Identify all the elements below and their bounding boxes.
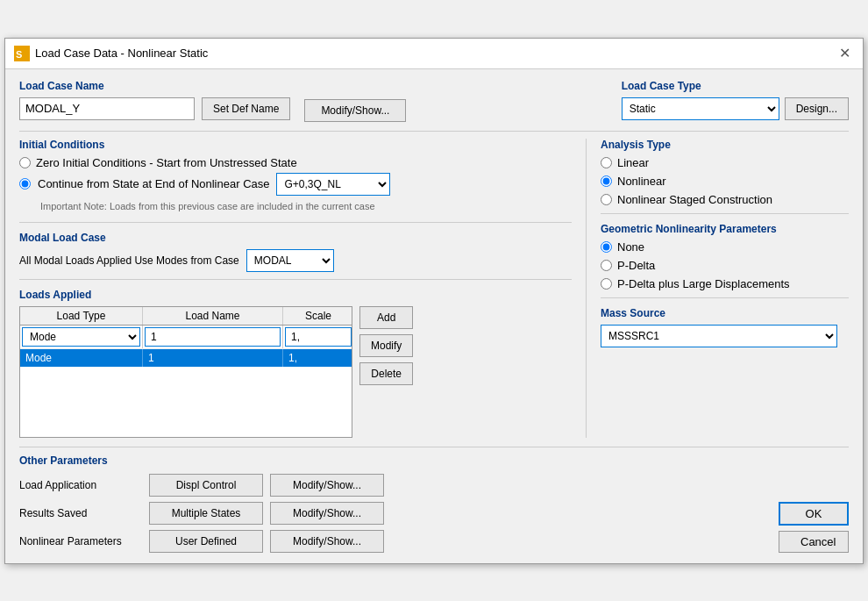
pdelta-large-radio[interactable] bbox=[601, 278, 612, 290]
zero-initial-label: Zero Initial Conditions - Start from Uns… bbox=[36, 156, 297, 169]
notes-modify-show-button[interactable]: Modify/Show... bbox=[304, 99, 406, 122]
none-radio[interactable] bbox=[601, 241, 612, 253]
pdelta-radio[interactable] bbox=[601, 260, 612, 271]
none-label: None bbox=[617, 240, 644, 254]
geo-nonlin-group: None P-Delta P-Delta plus Large Displace… bbox=[601, 240, 849, 290]
initial-conditions-label: Initial Conditions bbox=[19, 139, 572, 151]
linear-radio[interactable] bbox=[601, 157, 612, 168]
add-load-button[interactable]: Add bbox=[359, 306, 413, 329]
nonlinear-radio-row: Nonlinear bbox=[601, 175, 849, 188]
delete-load-button[interactable]: Delete bbox=[359, 362, 413, 385]
notes-section: Modify/Show... bbox=[304, 80, 406, 122]
modal-load-case-label: Modal Load Case bbox=[19, 232, 572, 244]
edit-scale-input[interactable] bbox=[285, 327, 352, 347]
results-saved-button[interactable]: Multiple States bbox=[149, 502, 263, 525]
pdelta-large-label: P-Delta plus Large Displacements bbox=[617, 277, 790, 290]
svg-text:S: S bbox=[16, 49, 22, 60]
other-parameters-grid: Load Application Displ Control Modify/Sh… bbox=[19, 474, 384, 553]
linear-radio-row: Linear bbox=[601, 156, 849, 169]
title-bar: S Load Case Data - Nonlinear Static ✕ bbox=[5, 39, 863, 69]
continue-state-label: Continue from State at End of Nonlinear … bbox=[38, 177, 269, 190]
nonlinear-radio[interactable] bbox=[601, 175, 612, 187]
data-scale-0: 1, bbox=[283, 349, 353, 367]
edit-scale-cell bbox=[283, 326, 353, 348]
loads-edit-row: Mode bbox=[20, 326, 352, 349]
loads-data-row-0[interactable]: Mode 1 1, bbox=[20, 349, 352, 367]
zero-initial-conditions-row: Zero Initial Conditions - Start from Uns… bbox=[19, 156, 572, 169]
continue-from-state-row: Continue from State at End of Nonlinear … bbox=[19, 173, 572, 196]
mass-source-row: MSSSRC1 bbox=[601, 325, 849, 347]
load-application-button[interactable]: Displ Control bbox=[149, 474, 263, 497]
app-icon: S bbox=[14, 46, 30, 61]
zero-initial-radio[interactable] bbox=[19, 157, 31, 168]
results-saved-label: Results Saved bbox=[19, 507, 142, 519]
data-load-type-0: Mode bbox=[20, 349, 143, 367]
cancel-button[interactable]: Cancel bbox=[779, 531, 849, 553]
results-saved-modify-button[interactable]: Modify/Show... bbox=[270, 502, 384, 525]
loads-buttons: Add Modify Delete bbox=[359, 306, 413, 385]
continue-state-radio[interactable] bbox=[19, 178, 31, 190]
modal-case-select[interactable]: MODAL bbox=[246, 249, 334, 272]
nonlinear-params-button[interactable]: User Defined bbox=[149, 530, 263, 553]
col-load-type: Load Type bbox=[20, 307, 143, 325]
left-panel: Initial Conditions Zero Initial Conditio… bbox=[19, 139, 586, 438]
load-application-label: Load Application bbox=[19, 479, 142, 491]
nonlinear-staged-radio[interactable] bbox=[601, 194, 612, 205]
modal-load-case-row: All Modal Loads Applied Use Modes from C… bbox=[19, 249, 572, 272]
ok-button[interactable]: OK bbox=[779, 502, 849, 526]
nonlinear-params-label: Nonlinear Parameters bbox=[19, 535, 142, 547]
data-load-name-0: 1 bbox=[143, 349, 283, 367]
col-scale: Scale bbox=[283, 307, 353, 325]
design-button[interactable]: Design... bbox=[785, 97, 849, 120]
analysis-type-label: Analysis Type bbox=[601, 139, 849, 151]
mass-source-select[interactable]: MSSSRC1 bbox=[601, 325, 837, 347]
nonlinear-staged-radio-row: Nonlinear Staged Construction bbox=[601, 193, 849, 206]
title-bar-left: S Load Case Data - Nonlinear Static bbox=[14, 46, 208, 61]
geo-nonlin-label: Geometric Nonlinearity Parameters bbox=[601, 223, 849, 235]
load-case-name-section: Load Case Name Set Def Name bbox=[19, 80, 290, 124]
col-load-name: Load Name bbox=[143, 307, 283, 325]
edit-load-name-input[interactable] bbox=[145, 327, 281, 347]
ok-cancel-section: OK Cancel bbox=[779, 502, 849, 553]
load-case-type-label: Load Case Type bbox=[622, 80, 849, 92]
edit-load-name-cell bbox=[143, 326, 283, 348]
loads-table: Load Type Load Name Scale Mode bbox=[19, 306, 352, 438]
initial-conditions-group: Zero Initial Conditions - Start from Uns… bbox=[19, 156, 572, 215]
loads-table-header: Load Type Load Name Scale bbox=[20, 307, 352, 326]
linear-label: Linear bbox=[617, 156, 649, 169]
mass-source-label: Mass Source bbox=[601, 307, 849, 319]
load-case-type-select[interactable]: Static bbox=[622, 97, 779, 120]
main-window: S Load Case Data - Nonlinear Static ✕ Lo… bbox=[4, 38, 864, 564]
modal-load-description: All Modal Loads Applied Use Modes from C… bbox=[19, 254, 239, 267]
pdelta-large-radio-row: P-Delta plus Large Displacements bbox=[601, 277, 849, 290]
other-parameters-section: Other Parameters Load Application Displ … bbox=[19, 454, 384, 553]
edit-load-type-cell: Mode bbox=[20, 326, 143, 348]
loads-applied-area: Load Type Load Name Scale Mode bbox=[19, 306, 572, 438]
important-note: Important Note: Loads from this previous… bbox=[40, 201, 572, 211]
other-parameters-label: Other Parameters bbox=[19, 454, 384, 467]
loads-table-empty bbox=[20, 367, 352, 437]
edit-load-type-select[interactable]: Mode bbox=[22, 327, 140, 347]
right-panel: Analysis Type Linear Nonlinear Nonlinear… bbox=[586, 139, 849, 438]
pdelta-radio-row: P-Delta bbox=[601, 259, 849, 272]
loads-applied-label: Loads Applied bbox=[19, 289, 572, 301]
analysis-type-group: Linear Nonlinear Nonlinear Staged Constr… bbox=[601, 156, 849, 206]
set-def-name-button[interactable]: Set Def Name bbox=[202, 97, 290, 120]
close-button[interactable]: ✕ bbox=[835, 44, 854, 63]
nonlinear-staged-label: Nonlinear Staged Construction bbox=[617, 193, 772, 206]
load-case-name-input[interactable] bbox=[19, 97, 195, 120]
load-case-name-label: Load Case Name bbox=[19, 80, 290, 92]
modify-load-button[interactable]: Modify bbox=[359, 334, 413, 357]
important-note-text: Loads from this previous case are includ… bbox=[110, 201, 375, 211]
nonlinear-params-modify-button[interactable]: Modify/Show... bbox=[270, 530, 384, 553]
window-title: Load Case Data - Nonlinear Static bbox=[35, 47, 208, 60]
none-radio-row: None bbox=[601, 240, 849, 254]
load-case-type-section: Load Case Type Static Design... bbox=[622, 80, 849, 120]
pdelta-label: P-Delta bbox=[617, 259, 655, 272]
nonlinear-label: Nonlinear bbox=[617, 175, 666, 188]
nonlinear-case-select[interactable]: G+0,3Q_NL bbox=[276, 173, 390, 196]
load-application-modify-button[interactable]: Modify/Show... bbox=[270, 474, 384, 497]
